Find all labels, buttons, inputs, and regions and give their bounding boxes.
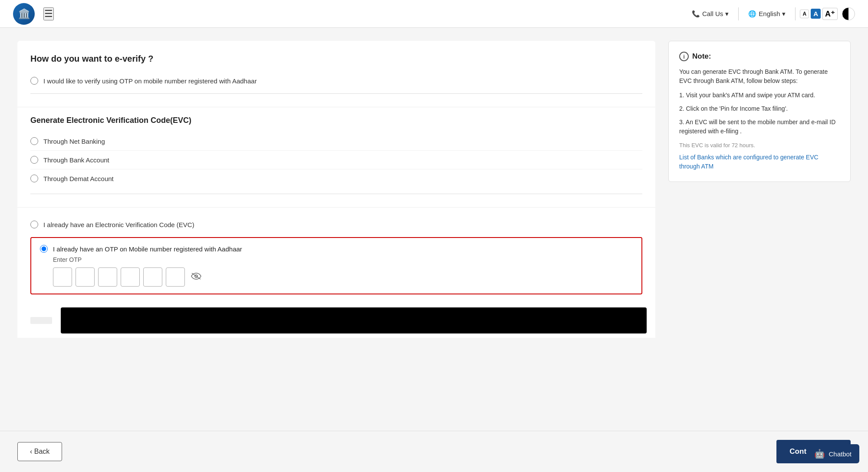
net-banking-label: Through Net Banking xyxy=(43,138,105,145)
already-evc-radio[interactable] xyxy=(30,221,38,228)
globe-icon: 🌐 xyxy=(748,10,756,18)
otp-input-2[interactable] xyxy=(76,267,95,287)
section-divider-2 xyxy=(30,194,642,194)
chatbot-label: Chatbot xyxy=(829,450,852,458)
demat-account-label: Through Demat Account xyxy=(43,175,114,182)
divider-1 xyxy=(738,7,739,20)
language-selector[interactable]: 🌐 English ▾ xyxy=(743,7,791,20)
section-divider-1 xyxy=(30,93,642,94)
already-evc-option[interactable]: I already have an Electronic Verificatio… xyxy=(30,216,642,233)
call-us-button[interactable]: 📞 Call Us ▾ xyxy=(687,7,734,20)
font-small-button[interactable]: A xyxy=(800,10,809,18)
otp-input-6[interactable] xyxy=(166,267,185,287)
note-intro: You can generate EVC through Bank ATM. T… xyxy=(679,67,840,86)
font-large-button[interactable]: A⁺ xyxy=(822,8,838,20)
question-title: How do you want to e-verify ? xyxy=(30,54,642,64)
otp-input-4[interactable] xyxy=(121,267,140,287)
note-title: Note: xyxy=(692,52,711,61)
otp-radio-row: I already have an OTP on Mobile number r… xyxy=(40,245,633,253)
demat-account-radio[interactable] xyxy=(30,175,38,182)
otp-input-row xyxy=(40,267,633,287)
bank-account-radio[interactable] xyxy=(30,156,38,164)
otp-input-3[interactable] xyxy=(98,267,117,287)
note-panel: i Note: You can generate EVC through Ban… xyxy=(668,41,851,182)
note-header: i Note: xyxy=(679,52,840,61)
chevron-down-icon: ▾ xyxy=(725,10,729,18)
note-steps: 1. Visit your bank's ATM and swipe your … xyxy=(679,91,840,136)
bank-account-label: Through Bank Account xyxy=(43,156,109,164)
chatbot-button[interactable]: 🤖 Chatbot xyxy=(806,444,859,463)
question-section: How do you want to e-verify ? I would li… xyxy=(17,41,655,107)
eye-icon[interactable] xyxy=(191,272,201,282)
contrast-button[interactable] xyxy=(842,7,855,20)
redacted-row xyxy=(17,303,655,338)
logo: 🏛️ xyxy=(13,3,35,25)
main-content: How do you want to e-verify ? I would li… xyxy=(0,28,868,431)
phone-icon: 📞 xyxy=(692,10,700,18)
redacted-content xyxy=(61,307,647,333)
hamburger-menu[interactable]: ☰ xyxy=(43,7,54,20)
aadhaar-otp-label: I would like to verify using OTP on mobi… xyxy=(43,77,257,85)
evc-title: Generate Electronic Verification Code(EV… xyxy=(30,116,642,125)
lower-section: I already have an Electronic Verificatio… xyxy=(17,207,655,303)
note-step-2: 2. Click on the 'Pin for Income Tax fili… xyxy=(679,104,840,113)
enter-otp-label: Enter OTP xyxy=(40,256,633,263)
evc-options: Through Net Banking Through Bank Account… xyxy=(30,132,642,188)
already-evc-label: I already have an Electronic Verificatio… xyxy=(43,221,194,228)
otp-already-radio[interactable] xyxy=(40,245,48,253)
font-controls: A A A⁺ xyxy=(800,8,838,20)
net-banking-radio[interactable] xyxy=(30,137,38,145)
font-medium-button[interactable]: A xyxy=(811,9,821,19)
evc-section: Generate Electronic Verification Code(EV… xyxy=(17,107,655,207)
left-panel: How do you want to e-verify ? I would li… xyxy=(17,41,655,338)
otp-input-5[interactable] xyxy=(143,267,162,287)
info-icon: i xyxy=(679,52,689,61)
chatbot-avatar-icon: 🤖 xyxy=(814,449,825,459)
otp-already-label: I already have an OTP on Mobile number r… xyxy=(53,245,242,253)
divider-2 xyxy=(795,7,796,20)
evc-bank-account-option[interactable]: Through Bank Account xyxy=(30,151,642,169)
aadhaar-otp-option[interactable]: I would like to verify using OTP on mobi… xyxy=(30,73,642,89)
evc-net-banking-option[interactable]: Through Net Banking xyxy=(30,132,642,151)
note-step-1: 1. Visit your bank's ATM and swipe your … xyxy=(679,91,840,100)
header: 🏛️ ☰ 📞 Call Us ▾ 🌐 English ▾ A A A⁺ xyxy=(0,0,868,28)
evc-demat-account-option[interactable]: Through Demat Account xyxy=(30,169,642,188)
otp-input-1[interactable] xyxy=(53,267,72,287)
header-right: 📞 Call Us ▾ 🌐 English ▾ A A A⁺ xyxy=(687,7,855,20)
otp-section: I already have an OTP on Mobile number r… xyxy=(30,237,642,294)
note-valid: This EVC is valid for 72 hours. xyxy=(679,142,840,149)
header-left: 🏛️ ☰ xyxy=(13,3,54,25)
chevron-down-icon-lang: ▾ xyxy=(782,10,786,18)
aadhaar-otp-radio[interactable] xyxy=(30,77,38,85)
back-button[interactable]: ‹ Back xyxy=(17,442,62,461)
banks-list-link[interactable]: List of Banks which are configured to ge… xyxy=(679,154,819,170)
footer: ‹ Back Continue 🧑 xyxy=(0,431,868,472)
note-step-3: 3. An EVC will be sent to the mobile num… xyxy=(679,118,840,136)
content-row: How do you want to e-verify ? I would li… xyxy=(17,41,851,338)
